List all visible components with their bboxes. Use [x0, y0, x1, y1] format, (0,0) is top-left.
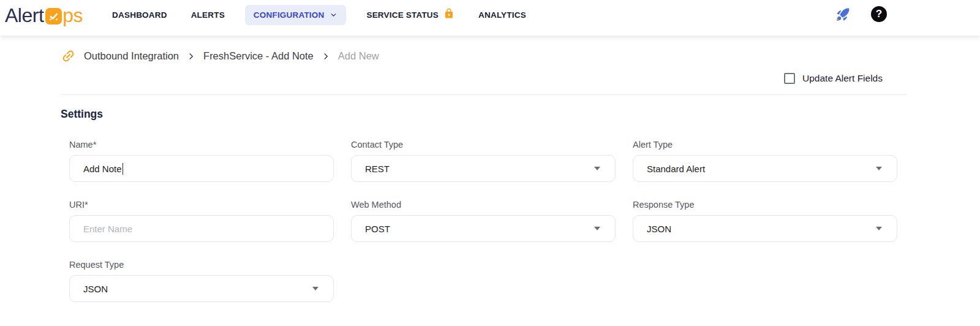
update-alert-fields-checkbox[interactable] [784, 73, 795, 84]
request-type-label: Request Type [69, 260, 334, 270]
rocket-icon[interactable] [835, 7, 851, 22]
alert-type-value: Standard Alert [647, 164, 705, 174]
alert-type-label: Alert Type [633, 140, 897, 150]
web-method-value: POST [365, 224, 390, 234]
response-type-select[interactable]: JSON [633, 215, 897, 242]
main-nav: DASHBOARD ALERTS CONFIGURATION SERVICE S… [108, 4, 530, 25]
field-alert-type: Alert Type Standard Alert [633, 140, 897, 182]
response-type-value: JSON [647, 224, 671, 234]
chevron-right-icon [187, 52, 195, 61]
nav-service-status-label: SERVICE STATUS [366, 10, 439, 20]
field-response-type: Response Type JSON [633, 200, 897, 242]
page-content: Outbound Integration FreshService - Add … [0, 48, 980, 302]
chevron-down-icon [330, 11, 337, 19]
web-method-select[interactable]: POST [351, 215, 616, 242]
nav-configuration[interactable]: CONFIGURATION [245, 5, 347, 25]
response-type-label: Response Type [633, 200, 897, 210]
field-name: Name* Add Note [69, 140, 334, 182]
field-contact-type: Contact Type REST [351, 140, 616, 182]
logo-text-alert: Alert [5, 4, 43, 27]
alert-type-select[interactable]: Standard Alert [633, 155, 897, 182]
field-request-type: Request Type JSON [69, 260, 334, 302]
breadcrumb: Outbound Integration FreshService - Add … [61, 48, 907, 64]
request-type-value: JSON [83, 284, 108, 294]
contact-type-select[interactable]: REST [351, 155, 616, 182]
field-web-method: Web Method POST [351, 200, 616, 242]
logo-clock-check-icon [45, 8, 62, 25]
uri-input[interactable] [69, 215, 334, 242]
name-input-value: Add Note [83, 164, 122, 174]
settings-form: Name* Add Note Contact Type REST Alert T… [69, 140, 907, 302]
contact-type-value: REST [365, 164, 390, 174]
web-method-label: Web Method [351, 200, 616, 210]
request-type-select[interactable]: JSON [69, 275, 334, 302]
breadcrumb-add-new: Add New [338, 50, 379, 62]
dropdown-caret-icon [594, 167, 600, 170]
help-icon[interactable]: ? [871, 6, 887, 22]
settings-title: Settings [61, 108, 907, 121]
name-label: Name* [69, 140, 334, 150]
nav-analytics[interactable]: ANALYTICS [475, 5, 530, 25]
contact-type-label: Contact Type [351, 140, 616, 150]
update-alert-fields-row: Update Alert Fields [61, 73, 907, 84]
nav-alerts[interactable]: ALERTS [187, 5, 228, 25]
chevron-right-icon [322, 52, 330, 61]
nav-configuration-label: CONFIGURATION [254, 10, 325, 20]
name-input[interactable]: Add Note [69, 155, 334, 182]
dropdown-caret-icon [594, 227, 600, 230]
help-glyph: ? [876, 8, 882, 20]
field-uri: URI* [69, 200, 334, 242]
breadcrumb-outbound-integration[interactable]: Outbound Integration [84, 50, 179, 62]
logo-text-ps: ps [62, 4, 83, 27]
uri-label: URI* [69, 200, 334, 210]
breadcrumb-freshservice-add-note[interactable]: FreshService - Add Note [203, 50, 314, 62]
dropdown-caret-icon [312, 287, 318, 290]
dropdown-caret-icon [876, 167, 882, 170]
text-cursor [123, 163, 124, 175]
header-actions: ? [835, 4, 887, 22]
update-alert-fields-label: Update Alert Fields [802, 73, 883, 84]
nav-service-status[interactable]: SERVICE STATUS [363, 5, 458, 25]
lock-icon [443, 8, 454, 19]
settings-section: Settings Name* Add Note Contact Type RES… [61, 94, 907, 302]
alertops-logo[interactable]: Alert ps [5, 4, 83, 27]
nav-dashboard[interactable]: DASHBOARD [108, 5, 171, 25]
link-icon [58, 45, 79, 67]
dropdown-caret-icon [876, 227, 882, 230]
top-navigation-bar: Alert ps DASHBOARD ALERTS CONFIGURATION … [0, 0, 980, 36]
